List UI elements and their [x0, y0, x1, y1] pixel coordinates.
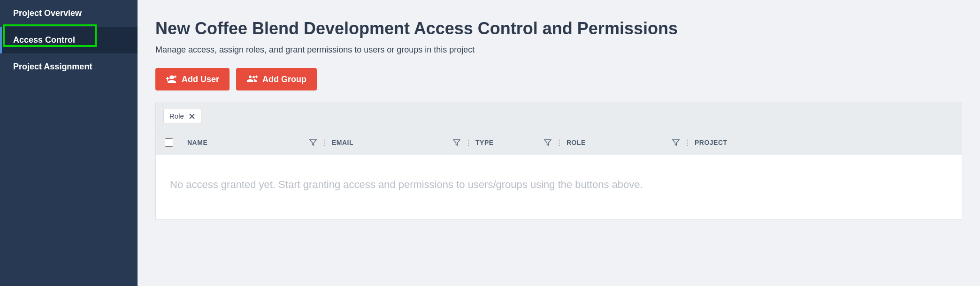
sidebar-item-project-overview[interactable]: Project Overview — [0, 0, 138, 27]
svg-rect-3 — [256, 75, 257, 78]
close-icon[interactable] — [189, 113, 195, 120]
column-header-email[interactable]: EMAIL — [326, 130, 466, 155]
filter-bar: Role — [155, 102, 962, 130]
sidebar: Project Overview Access Control Project … — [0, 0, 138, 286]
column-header-type[interactable]: TYPE — [470, 130, 557, 155]
add-group-label: Add Group — [262, 75, 306, 84]
column-label: NAME — [187, 139, 207, 146]
action-buttons: Add User Add Group — [155, 68, 962, 90]
add-user-button[interactable]: Add User — [155, 68, 230, 90]
column-resize-handle[interactable]: ⋮ — [322, 138, 326, 147]
sidebar-item-label: Project Overview — [13, 8, 82, 18]
svg-rect-1 — [175, 75, 176, 78]
column-label: PROJECT — [695, 139, 727, 146]
add-user-label: Add User — [182, 75, 219, 84]
column-resize-handle[interactable]: ⋮ — [685, 138, 689, 147]
sidebar-item-access-control[interactable]: Access Control — [0, 27, 138, 53]
add-group-button[interactable]: Add Group — [236, 68, 317, 90]
filter-icon[interactable] — [672, 139, 680, 146]
column-resize-handle[interactable]: ⋮ — [557, 138, 561, 147]
sidebar-item-label: Project Assignment — [13, 62, 92, 71]
page-title: New Coffee Blend Development Access Cont… — [155, 19, 962, 38]
select-all-cell — [156, 138, 182, 147]
empty-state: No access granted yet. Start granting ac… — [156, 155, 962, 219]
filter-chip-role[interactable]: Role — [163, 109, 201, 123]
empty-state-message: No access granted yet. Start granting ac… — [170, 179, 643, 190]
column-resize-handle[interactable]: ⋮ — [466, 138, 470, 147]
column-header-project[interactable]: PROJECT — [689, 130, 835, 155]
column-label: EMAIL — [332, 139, 353, 146]
access-table: NAME ⋮ EMAIL ⋮ TYPE ⋮ ROLE — [155, 130, 962, 219]
sidebar-item-label: Access Control — [13, 35, 75, 45]
add-user-icon — [166, 74, 177, 85]
main-content: New Coffee Blend Development Access Cont… — [138, 0, 980, 286]
filter-chip-label: Role — [169, 112, 184, 120]
column-label: ROLE — [567, 139, 586, 146]
column-header-name[interactable]: NAME — [182, 130, 322, 155]
sidebar-item-project-assignment[interactable]: Project Assignment — [0, 53, 138, 80]
filter-icon[interactable] — [544, 139, 551, 146]
add-group-icon — [246, 74, 258, 85]
filter-icon[interactable] — [309, 139, 317, 146]
table-header: NAME ⋮ EMAIL ⋮ TYPE ⋮ ROLE — [156, 130, 962, 155]
page-subtitle: Manage access, assign roles, and grant p… — [155, 45, 962, 55]
column-header-role[interactable]: ROLE — [561, 130, 685, 155]
filter-icon[interactable] — [453, 139, 460, 146]
select-all-checkbox[interactable] — [165, 138, 173, 147]
column-label: TYPE — [475, 139, 494, 146]
